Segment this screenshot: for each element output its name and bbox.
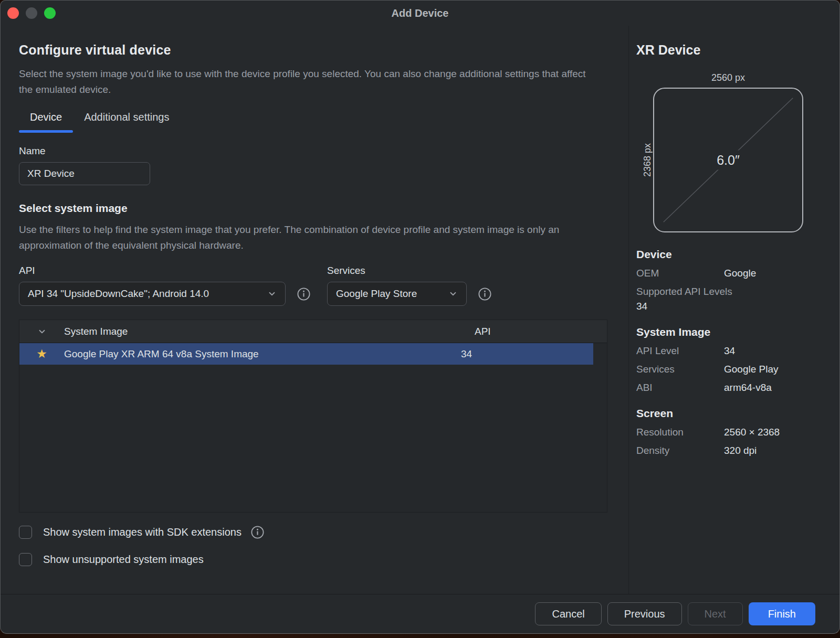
services-row: Services Google Play xyxy=(636,364,830,375)
screen-diagram: 2560 px 2368 px 6.0″ xyxy=(636,72,803,232)
screen-outline: 6.0″ xyxy=(653,88,803,232)
device-summary-panel: XR Device 2560 px 2368 px 6.0″ Device OE… xyxy=(628,26,839,594)
screen-section-heading: Screen xyxy=(636,407,830,420)
window-title: Add Device xyxy=(392,7,449,19)
tab-bar: Device Additional settings xyxy=(19,111,607,133)
device-name-input[interactable] xyxy=(19,162,150,185)
abi-value: arm64-v8a xyxy=(724,382,830,394)
density-value: 320 dpi xyxy=(724,445,830,456)
abi-row: ABI arm64-v8a xyxy=(636,382,830,394)
api-dropdown-value: API 34 "UpsideDownCake"; Android 14.0 xyxy=(28,288,260,300)
page-description: Select the system image you'd like to us… xyxy=(19,66,591,98)
device-summary-title: XR Device xyxy=(636,42,830,58)
api-level-label: API Level xyxy=(636,345,724,357)
system-image-api: 34 xyxy=(461,348,593,360)
next-button[interactable]: Next xyxy=(688,602,743,625)
services-filter-label: Services xyxy=(327,265,491,277)
services-value: Google Play xyxy=(724,364,830,375)
zoom-window-button[interactable] xyxy=(44,7,56,19)
services-info-icon[interactable] xyxy=(478,288,491,301)
title-bar: Add Device xyxy=(1,1,839,26)
supported-api-row: Supported API Levels 34 xyxy=(636,286,830,312)
sdk-extensions-label: Show system images with SDK extensions xyxy=(43,526,242,538)
resolution-label: Resolution xyxy=(636,427,724,438)
screen-height-label: 2368 px xyxy=(636,88,653,232)
screen-diagonal-size: 6.0″ xyxy=(711,151,745,170)
unsupported-images-label: Show unsupported system images xyxy=(43,554,204,566)
cancel-button[interactable]: Cancel xyxy=(535,602,601,625)
select-system-image-heading: Select system image xyxy=(19,202,607,215)
density-label: Density xyxy=(636,445,724,456)
abi-label: ABI xyxy=(636,382,724,394)
tab-device[interactable]: Device xyxy=(19,111,73,133)
chevron-down-icon xyxy=(448,289,458,299)
chevron-down-icon xyxy=(267,289,277,299)
api-filter-group: API API 34 "UpsideDownCake"; Android 14.… xyxy=(19,265,310,306)
dialog-footer: Cancel Previous Next Finish xyxy=(1,594,839,633)
services-dropdown-value: Google Play Store xyxy=(336,288,441,300)
services-filter-group: Services Google Play Store xyxy=(327,265,491,306)
column-header-api[interactable]: API xyxy=(475,326,607,337)
tab-additional-settings[interactable]: Additional settings xyxy=(73,111,180,133)
api-level-row: API Level 34 xyxy=(636,345,830,357)
table-row[interactable]: ★ Google Play XR ARM 64 v8a System Image… xyxy=(19,343,593,365)
services-dropdown[interactable]: Google Play Store xyxy=(327,282,467,306)
api-level-value: 34 xyxy=(724,345,830,357)
density-row: Density 320 dpi xyxy=(636,445,830,456)
sdk-extensions-info-icon[interactable] xyxy=(251,526,264,539)
unsupported-images-checkbox[interactable] xyxy=(19,553,32,566)
api-filter-label: API xyxy=(19,265,310,277)
api-dropdown[interactable]: API 34 "UpsideDownCake"; Android 14.0 xyxy=(19,282,286,306)
system-image-name: Google Play XR ARM 64 v8a System Image xyxy=(64,348,461,360)
screen-width-label: 2560 px xyxy=(653,72,803,83)
select-system-image-description: Use the filters to help find the system … xyxy=(19,222,591,253)
system-image-section-heading: System Image xyxy=(636,326,830,338)
unsupported-images-checkline: Show unsupported system images xyxy=(19,551,607,567)
supported-api-label: Supported API Levels xyxy=(636,286,830,297)
device-section-heading: Device xyxy=(636,248,830,261)
name-label: Name xyxy=(19,145,607,157)
expand-all-icon[interactable] xyxy=(37,327,47,336)
add-device-dialog: Add Device Configure virtual device Sele… xyxy=(0,0,840,634)
filters-row: API API 34 "UpsideDownCake"; Android 14.… xyxy=(19,265,607,306)
configure-pane: Configure virtual device Select the syst… xyxy=(1,26,628,594)
traffic-lights xyxy=(7,7,56,19)
table-header: System Image API xyxy=(19,320,607,343)
system-image-table: System Image API ★ Google Play XR ARM 64… xyxy=(19,320,607,513)
oem-row: OEM Google xyxy=(636,268,830,279)
sdk-extensions-checkbox[interactable] xyxy=(19,526,32,539)
previous-button[interactable]: Previous xyxy=(607,602,682,625)
column-header-system-image[interactable]: System Image xyxy=(64,326,475,337)
favorite-star-icon[interactable]: ★ xyxy=(36,348,47,360)
supported-api-value: 34 xyxy=(636,301,830,312)
close-window-button[interactable] xyxy=(7,7,19,19)
resolution-row: Resolution 2560 × 2368 xyxy=(636,427,830,438)
api-info-icon[interactable] xyxy=(297,288,310,301)
page-title: Configure virtual device xyxy=(19,42,607,58)
oem-label: OEM xyxy=(636,268,724,279)
minimize-window-button[interactable] xyxy=(26,7,37,19)
oem-value: Google xyxy=(724,268,830,279)
finish-button[interactable]: Finish xyxy=(749,602,815,625)
resolution-value: 2560 × 2368 xyxy=(724,427,830,438)
sdk-extensions-checkline: Show system images with SDK extensions xyxy=(19,524,607,540)
dialog-content: Configure virtual device Select the syst… xyxy=(1,26,839,594)
services-label: Services xyxy=(636,364,724,375)
